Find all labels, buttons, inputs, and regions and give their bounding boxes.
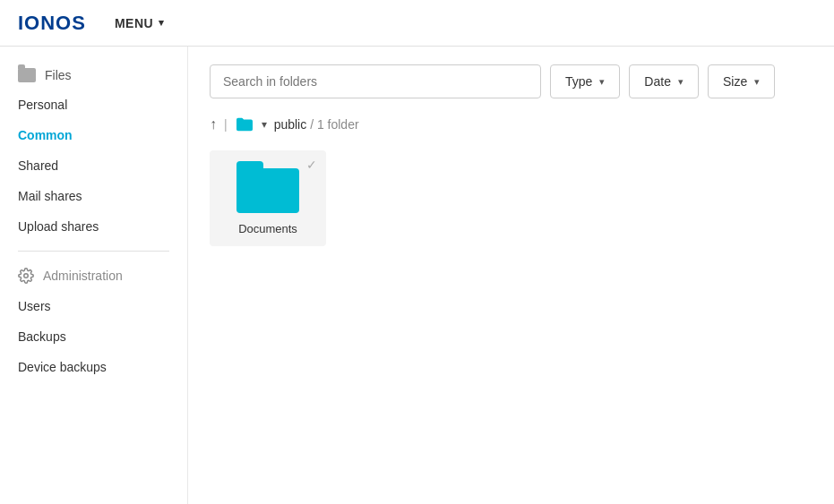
date-filter-button[interactable]: Date ▾ <box>629 64 699 98</box>
sidebar-files-header: Files <box>0 61 187 90</box>
sidebar-divider <box>18 251 169 252</box>
file-grid: ✓ Documents <box>210 150 813 246</box>
type-chevron-icon: ▾ <box>599 76 605 88</box>
type-filter-button[interactable]: Type ▾ <box>550 64 620 98</box>
menu-label: MENU <box>115 16 153 30</box>
menu-button[interactable]: MENU ▾ <box>107 13 172 34</box>
files-folder-icon <box>18 68 36 82</box>
main-content: Type ▾ Date ▾ Size ▾ ↑ | ▾ public <box>188 47 834 504</box>
sidebar-item-mail-shares[interactable]: Mail shares <box>0 181 187 211</box>
up-arrow-button[interactable]: ↑ <box>210 117 217 132</box>
breadcrumb-folder-chevron[interactable]: ▾ <box>262 118 267 131</box>
date-chevron-icon: ▾ <box>678 76 684 88</box>
layout: Files Personal Common Shared Mail shares… <box>0 47 834 504</box>
breadcrumb-folder-name: public <box>274 117 307 132</box>
date-filter-label: Date <box>644 74 671 89</box>
folder-large-icon <box>236 161 299 213</box>
sidebar: Files Personal Common Shared Mail shares… <box>0 47 188 504</box>
sidebar-item-shared[interactable]: Shared <box>0 150 187 181</box>
svg-point-0 <box>24 274 29 278</box>
toolbar: Type ▾ Date ▾ Size ▾ <box>210 64 813 98</box>
breadcrumb-count: / 1 folder <box>310 117 358 132</box>
sidebar-item-common[interactable]: Common <box>0 120 187 150</box>
sidebar-item-upload-shares[interactable]: Upload shares <box>0 211 187 242</box>
folder-back <box>236 168 299 213</box>
sidebar-admin-label: Administration <box>43 269 123 283</box>
breadcrumb-path: public / 1 folder <box>274 117 359 132</box>
type-filter-label: Type <box>565 74 592 89</box>
breadcrumb-bar: ↑ | ▾ public / 1 folder <box>210 116 813 132</box>
sidebar-item-users[interactable]: Users <box>0 291 187 321</box>
folder-nav-svg <box>235 116 254 132</box>
search-input[interactable] <box>210 64 541 98</box>
size-chevron-icon: ▾ <box>754 76 760 88</box>
sidebar-item-device-backups[interactable]: Device backups <box>0 352 187 382</box>
menu-chevron-icon: ▾ <box>159 17 165 29</box>
logo: IONOS <box>18 12 86 35</box>
folder-nav-icon[interactable] <box>235 116 254 132</box>
gear-icon <box>18 268 34 284</box>
sidebar-files-label: Files <box>45 68 72 82</box>
sidebar-item-backups[interactable]: Backups <box>0 321 187 352</box>
size-filter-label: Size <box>723 74 747 89</box>
file-card-name: Documents <box>238 222 297 235</box>
file-check-icon: ✓ <box>306 158 317 172</box>
size-filter-button[interactable]: Size ▾ <box>708 64 775 98</box>
header: IONOS MENU ▾ <box>0 0 834 47</box>
sidebar-item-personal[interactable]: Personal <box>0 90 187 120</box>
breadcrumb-divider: | <box>224 117 228 132</box>
sidebar-admin-header: Administration <box>0 261 187 291</box>
file-card[interactable]: ✓ Documents <box>210 150 326 246</box>
